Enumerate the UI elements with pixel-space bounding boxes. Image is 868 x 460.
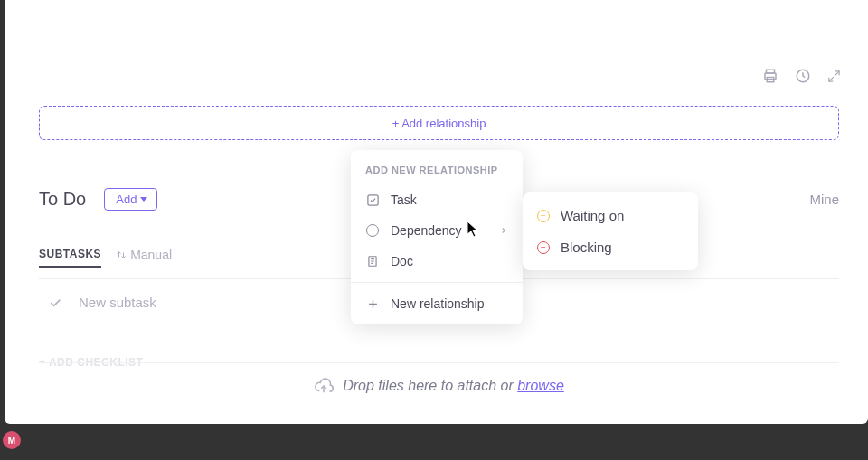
submenu-item-blocking[interactable]: Blocking <box>523 231 698 263</box>
mine-filter[interactable]: Mine <box>809 192 839 207</box>
waiting-on-icon <box>537 210 550 222</box>
sort-icon <box>116 249 127 260</box>
menu-item-dependency[interactable]: Dependency <box>351 215 523 246</box>
manual-sort[interactable]: Manual <box>116 248 172 268</box>
blocking-icon <box>537 241 550 254</box>
subtasks-tabs: SUBTASKS Manual <box>39 248 172 268</box>
upload-cloud-icon <box>314 376 334 396</box>
menu-item-label: Doc <box>391 254 413 268</box>
menu-item-label: Dependency <box>391 223 462 238</box>
submenu-item-label: Blocking <box>561 239 612 255</box>
menu-item-new-relationship[interactable]: New relationship <box>351 288 523 319</box>
relationship-menu: ADD NEW RELATIONSHIP Task Dependency Doc… <box>351 150 523 324</box>
avatar-initial: M <box>8 436 15 446</box>
dependency-icon <box>365 223 380 238</box>
menu-header: ADD NEW RELATIONSHIP <box>351 161 523 184</box>
add-relationship-label: + Add relationship <box>392 117 486 130</box>
add-relationship-button[interactable]: + Add relationship <box>39 106 839 140</box>
expand-icon[interactable] <box>827 70 841 83</box>
new-subtask-input[interactable] <box>79 295 350 310</box>
caret-down-icon <box>140 197 147 202</box>
svg-rect-4 <box>367 194 377 204</box>
submenu-item-waiting-on[interactable]: Waiting on <box>523 200 698 231</box>
menu-item-doc[interactable]: Doc <box>351 246 523 277</box>
attachment-dropzone[interactable]: Drop files here to attach or browse <box>39 362 839 408</box>
chevron-right-icon <box>499 223 508 238</box>
status-title: To Do <box>39 189 86 210</box>
history-icon[interactable] <box>795 68 811 84</box>
manual-label: Manual <box>130 248 172 262</box>
menu-item-task[interactable]: Task <box>351 184 523 215</box>
browse-link[interactable]: browse <box>517 378 564 393</box>
dependency-submenu: Waiting on Blocking <box>523 192 698 270</box>
subtasks-tab[interactable]: SUBTASKS <box>39 248 101 268</box>
check-icon <box>48 296 62 310</box>
submenu-item-label: Waiting on <box>561 208 624 223</box>
avatar[interactable]: M <box>3 431 21 449</box>
dropzone-text: Drop files here to attach or <box>343 378 517 393</box>
doc-icon <box>365 254 380 268</box>
print-icon[interactable] <box>762 68 778 84</box>
top-actions <box>762 68 841 84</box>
plus-icon <box>365 296 380 311</box>
add-button[interactable]: Add <box>104 188 157 211</box>
menu-item-label: Task <box>391 192 417 207</box>
menu-item-label: New relationship <box>391 296 485 311</box>
add-button-label: Add <box>116 192 137 206</box>
new-subtask-row[interactable] <box>48 295 350 310</box>
menu-separator <box>351 282 523 283</box>
task-check-icon <box>365 192 380 207</box>
